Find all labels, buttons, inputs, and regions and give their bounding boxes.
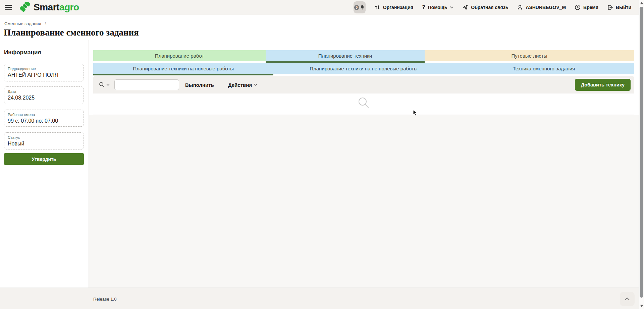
nav-label: Время <box>583 5 598 10</box>
search-options-button[interactable] <box>99 81 110 88</box>
nav-item-logout[interactable]: Выйти <box>607 4 631 10</box>
field-value: 24.08.2025 <box>8 95 80 101</box>
execute-button[interactable]: Выполнить <box>185 82 214 88</box>
release-version: Release 1.0 <box>93 297 116 302</box>
page-title: Планирование сменного задания <box>4 27 139 38</box>
field-value: АНТЕЙ АГРО ПОЛЯ <box>8 72 80 78</box>
toolbar: Выполнить Действия Добавить технику <box>93 76 634 94</box>
field-label: Дата <box>8 89 80 94</box>
breadcrumb-link[interactable]: Сменные задания <box>4 21 41 26</box>
field-division[interactable]: Подразделение АНТЕЙ АГРО ПОЛЯ <box>4 64 84 81</box>
nav-label: Организация <box>383 5 413 10</box>
clock-icon <box>575 4 581 10</box>
primary-tabs: Планирование работ Планирование техники … <box>93 50 634 61</box>
field-date[interactable]: Дата 24.08.2025 <box>4 86 84 104</box>
field-label: Статус <box>8 135 80 140</box>
tab-work-planning[interactable]: Планирование работ <box>93 50 266 61</box>
chevron-up-icon <box>625 297 630 301</box>
nav-item-help[interactable]: ? Помощь <box>422 4 453 10</box>
top-bar: Smartagro 0 Организация ? Помощь <box>0 0 639 15</box>
nav-item-feedback[interactable]: Обратная связь <box>462 4 508 10</box>
nav-label: Обратная связь <box>471 5 508 10</box>
chevron-down-icon <box>106 84 110 86</box>
scroll-to-top-button[interactable] <box>620 292 635 306</box>
app-root: Smartagro 0 Организация ? Помощь <box>0 0 644 309</box>
hamburger-menu-icon[interactable] <box>5 5 12 10</box>
brand-wordmark: Smartagro <box>34 2 79 13</box>
bell-icon <box>360 5 365 10</box>
subtab-field-work-equipment[interactable]: Планирование техники на полевые работы <box>93 63 273 74</box>
nav-item-organization[interactable]: Организация <box>374 4 413 10</box>
scrollbar-down-arrow[interactable] <box>640 305 643 307</box>
add-equipment-button[interactable]: Добавить технику <box>575 79 631 91</box>
field-work-shift[interactable]: Рабочая смена 99 с: 07:00 по: 07:00 <box>4 110 84 127</box>
footer: Release 1.0 <box>0 288 639 309</box>
field-label: Рабочая смена <box>8 112 80 117</box>
empty-search-icon <box>357 96 370 110</box>
actions-menu-button[interactable]: Действия <box>228 82 258 88</box>
search-icon <box>99 81 105 88</box>
logo-leaf-icon <box>18 2 32 13</box>
breadcrumb: Сменные задания \ <box>4 21 46 26</box>
tab-equipment-planning[interactable]: Планирование техники <box>266 50 425 61</box>
secondary-tabs: Планирование техники на полевые работы П… <box>93 63 634 74</box>
main-content: Планирование работ Планирование техники … <box>93 50 634 115</box>
field-value: 99 с: 07:00 по: 07:00 <box>8 118 80 124</box>
approve-button[interactable]: Утвердить <box>4 153 84 165</box>
nav-label: Выйти <box>616 5 631 10</box>
empty-results-row <box>93 94 634 115</box>
sidebar-heading: Информация <box>4 49 84 56</box>
nav-item-user[interactable]: ASHURBEGOV_M <box>517 4 566 10</box>
vertical-scrollbar <box>639 0 644 309</box>
subtab-shift-task-equipment[interactable]: Техника сменного задания <box>454 63 634 74</box>
subtab-non-field-work-equipment[interactable]: Планирование техники на не полевые работ… <box>273 63 453 74</box>
sync-icon <box>374 4 380 10</box>
content-background <box>89 115 639 288</box>
actions-label: Действия <box>228 82 252 88</box>
question-icon: ? <box>422 4 425 10</box>
nav-label: ASHURBEGOV_M <box>526 5 566 10</box>
person-icon <box>517 4 523 10</box>
tab-waybills[interactable]: Путевые листы <box>425 50 634 61</box>
notification-count-badge: 0 <box>354 5 359 10</box>
field-value: Новый <box>8 140 80 147</box>
logout-icon <box>607 4 613 10</box>
field-status[interactable]: Статус Новый <box>4 132 84 149</box>
send-icon <box>462 4 468 10</box>
breadcrumb-separator: \ <box>45 21 47 26</box>
header-nav: 0 Организация ? Помощь <box>354 1 631 13</box>
chevron-down-icon <box>254 83 258 86</box>
search-input[interactable] <box>114 79 179 90</box>
field-label: Подразделение <box>8 66 80 71</box>
scrollbar-up-arrow[interactable] <box>640 2 643 4</box>
notifications-button[interactable]: 0 <box>354 1 366 13</box>
logo[interactable]: Smartagro <box>18 2 79 13</box>
chevron-down-icon <box>450 6 453 9</box>
nav-item-time[interactable]: Время <box>575 4 598 10</box>
nav-label: Помощь <box>428 5 447 10</box>
info-sidebar: Информация Подразделение АНТЕЙ АГРО ПОЛЯ… <box>0 40 89 288</box>
scrollbar-thumb[interactable] <box>640 7 643 298</box>
